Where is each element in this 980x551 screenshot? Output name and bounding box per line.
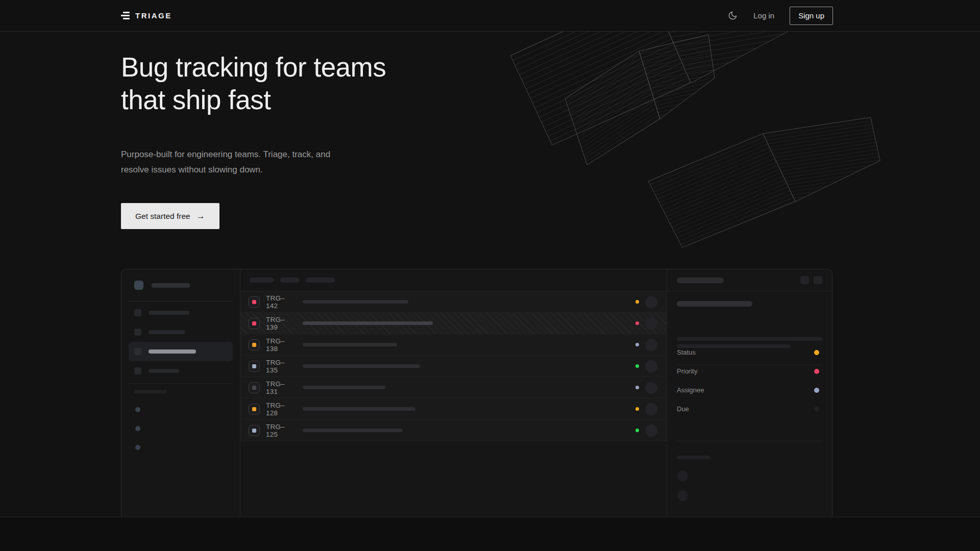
skeleton-tab-pill (250, 278, 274, 283)
skeleton-bar (152, 283, 190, 288)
preview-sidebar-nav (129, 303, 233, 381)
skeleton-bar (149, 330, 185, 334)
preview-sidebar-item (129, 342, 233, 361)
avatar (645, 339, 657, 351)
issue-row: TRG–131 (240, 377, 667, 398)
preview-workspace-row (129, 281, 233, 290)
issue-type-icon (249, 382, 260, 393)
avatar (645, 382, 657, 394)
avatar (677, 490, 688, 501)
hero-title-line2: that ship fast (121, 85, 271, 115)
hero-title: Bug tracking for teamsthat ship fast (121, 51, 386, 116)
skeleton-bar (303, 364, 420, 368)
issue-type-icon (249, 425, 260, 436)
divider (129, 383, 233, 384)
issue-type-icon (249, 404, 260, 415)
skeleton-bar (303, 407, 415, 411)
field-row: Due (677, 399, 822, 418)
issue-id: TRG–142 (266, 294, 296, 310)
panel-action-icon (814, 276, 822, 284)
skeleton-bar (303, 429, 403, 432)
avatar (645, 296, 657, 308)
hero-subtitle: Purpose-built for engineering teams. Tri… (121, 147, 330, 178)
panel-body: Status Priority Assignee Due (667, 291, 832, 517)
arrow-right-icon: → (197, 211, 205, 221)
status-dot (635, 407, 639, 411)
skeleton-tab-pill (306, 278, 335, 283)
field-value-dot (814, 350, 819, 355)
panel-header (667, 269, 832, 291)
divider (677, 441, 822, 441)
issue-id: TRG–128 (266, 402, 296, 417)
hero-title-line1: Bug tracking for teams (121, 52, 386, 82)
field-label: Due (677, 405, 689, 413)
issue-id: TRG–138 (266, 337, 296, 353)
skeleton-bar (303, 343, 397, 346)
status-dot (635, 386, 639, 389)
skeleton-bar (134, 390, 167, 393)
sidebar-dot (135, 445, 140, 450)
triage-bars-icon (121, 12, 130, 19)
sidebar-item-icon (134, 309, 141, 316)
avatar (645, 403, 657, 415)
field-value-dot (814, 369, 819, 374)
issue-row: TRG–135 (240, 356, 667, 377)
field-row: Status (677, 343, 822, 362)
preview-sidebar-item (129, 303, 233, 322)
preview-list-header (240, 269, 667, 291)
workspace-icon (134, 281, 143, 290)
skeleton-bar (149, 311, 189, 315)
field-value-dot (814, 388, 819, 393)
status-dot (635, 321, 639, 325)
issue-row: TRG–138 (240, 334, 667, 356)
issue-id: TRG–125 (266, 423, 296, 438)
issue-type-icon (249, 296, 260, 308)
status-dot (635, 429, 639, 432)
issue-row: TRG–128 (240, 398, 667, 420)
field-row: Assignee (677, 381, 822, 399)
theme-toggle-button[interactable] (727, 10, 738, 21)
status-dot (635, 364, 639, 368)
sidebar-item-icon (134, 367, 141, 374)
skeleton-bar (677, 456, 710, 459)
login-link[interactable]: Log in (753, 11, 774, 20)
skeleton-bar (303, 300, 408, 304)
field-label: Assignee (677, 386, 704, 394)
sidebar-dot (135, 407, 140, 412)
app-preview-card: TRG–142 TRG–139 (121, 269, 832, 517)
issue-row: TRG–142 (240, 291, 667, 313)
get-started-button[interactable]: Get started free → (121, 203, 219, 229)
issue-rows: TRG–142 TRG–139 (240, 291, 667, 441)
issue-id: TRG–131 (266, 380, 296, 395)
avatar (645, 360, 657, 372)
brand-logo[interactable]: TRIAGE (121, 11, 172, 20)
status-dot (635, 343, 639, 346)
skeleton-bar (303, 386, 385, 389)
avatar (645, 424, 657, 437)
field-label: Status (677, 348, 696, 356)
avatar (677, 470, 688, 481)
brand-name: TRIAGE (135, 11, 172, 20)
preview-detail-panel: Status Priority Assignee Due (667, 269, 832, 517)
issue-type-icon (249, 339, 260, 350)
get-started-label: Get started free (135, 212, 190, 221)
panel-action-icon (800, 276, 809, 284)
signup-button[interactable]: Sign up (790, 7, 833, 25)
wireframe-slabs-decoration (0, 0, 980, 278)
skeleton-title-bar (677, 301, 752, 307)
skeleton-bar (677, 278, 724, 283)
skeleton-bar (149, 369, 179, 373)
preview-sidebar-item (129, 322, 233, 342)
field-label: Priority (677, 367, 697, 375)
preview-sidebar (121, 269, 240, 517)
preview-issue-list: TRG–142 TRG–139 (240, 269, 667, 517)
sidebar-dot (135, 426, 140, 431)
next-section-band (0, 517, 980, 551)
issue-type-icon (249, 318, 260, 329)
status-dot (635, 300, 639, 304)
issue-row: TRG–139 (240, 313, 667, 334)
sidebar-item-icon (134, 329, 141, 336)
skeleton-line (677, 337, 822, 341)
skeleton-bar (149, 349, 196, 354)
moon-icon (728, 11, 738, 20)
